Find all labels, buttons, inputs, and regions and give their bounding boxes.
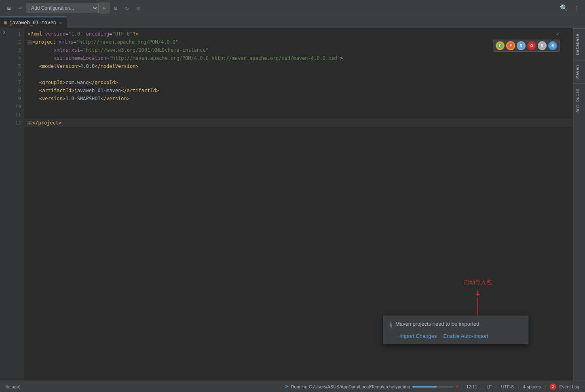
- line-num-1: 1: [8, 30, 21, 38]
- fold-button-2[interactable]: −: [27, 40, 32, 44]
- notification-message: Maven projects need to be imported: [395, 321, 479, 327]
- tab-close-button[interactable]: ✕: [59, 21, 63, 25]
- toolbar: ⊞ ↩ Add Configuration... ▶ ⚙ ↻ ■ 🔍 ⋮: [0, 0, 585, 16]
- enable-auto-import-link[interactable]: Enable Auto-Import: [444, 333, 488, 339]
- line-num-6: 6: [8, 70, 21, 78]
- code-line-1: <?xml version="1.0" encoding="UTF-8"?>: [24, 30, 573, 38]
- cursor-position[interactable]: 12:11: [464, 384, 480, 389]
- code-line-3: xmlns:xsi="http://www.w3.org/2001/XMLSch…: [24, 46, 573, 54]
- status-left-text: ite ago): [3, 384, 23, 389]
- code-line-4: xsi:schemaLocation="http://maven.apache.…: [24, 54, 573, 62]
- maven-icon: m: [4, 20, 7, 25]
- code-line-2: −<project xmlns="http://maven.apache.org…: [24, 38, 573, 46]
- run-config-dropdown[interactable]: Add Configuration...: [26, 3, 99, 13]
- line-num-12: 12: [8, 119, 21, 127]
- event-log[interactable]: 2 Event Log: [547, 384, 582, 390]
- syntax-check-icon: ✓: [556, 30, 560, 38]
- progress-fill: [412, 386, 437, 388]
- annotation-text: 自动导入包: [464, 279, 492, 286]
- info-icon: ℹ: [390, 321, 392, 329]
- line-numbers: 1 2 3 4 5 6 7 8 9 10 11 12: [8, 28, 24, 381]
- database-panel-tab[interactable]: Database: [573, 28, 585, 60]
- running-text: Running C:/Users/ASUS/AppData/Local/Temp…: [291, 384, 410, 389]
- ie-icon[interactable]: E: [548, 41, 557, 50]
- code-line-9: <version>1.0-SNAPSHOT</version>: [24, 95, 573, 103]
- code-line-10: [24, 103, 573, 111]
- tab-label: javaweb_01-maven: [9, 20, 56, 25]
- line-num-9: 9: [8, 95, 21, 103]
- build-button[interactable]: ⚙: [110, 2, 121, 14]
- line-num-8: 8: [8, 86, 21, 95]
- right-panel: Database Maven Ant build: [573, 28, 585, 381]
- bookmark-icon: ❱: [3, 30, 5, 34]
- maven-notification: ℹ Maven projects need to be imported Imp…: [383, 316, 528, 344]
- code-line-7: <groupId>com.wang</groupId>: [24, 78, 573, 86]
- code-line-11: [24, 111, 573, 119]
- code-editor[interactable]: <?xml version="1.0" encoding="UTF-8"?> −…: [24, 28, 573, 381]
- event-log-label: Event Log: [559, 384, 579, 389]
- line-separator[interactable]: LF: [484, 384, 494, 389]
- code-line-5: <modelVersion>4.0.0</modelVersion>: [24, 62, 573, 70]
- run-button[interactable]: ▶: [99, 2, 110, 14]
- indent-setting[interactable]: 4 spaces: [521, 384, 543, 389]
- back-button[interactable]: ↩: [15, 2, 26, 14]
- spinner-icon: ⟳: [285, 384, 289, 390]
- opera-icon[interactable]: O: [527, 41, 536, 50]
- code-line-8: <artifactId>javaweb_01-maven</artifactId…: [24, 86, 573, 95]
- notification-actions: Import Changes Enable Auto-Import: [390, 333, 522, 339]
- event-log-badge: 2: [550, 384, 556, 390]
- safari-icon[interactable]: S: [517, 41, 526, 50]
- progress-bar: [412, 386, 453, 388]
- editor-container: 1 2 3 4 5 6 7 8 9 10 11 12 <?xml version…: [8, 28, 585, 381]
- import-changes-link[interactable]: Import Changes: [399, 333, 437, 339]
- chrome-icon[interactable]: C: [496, 41, 505, 50]
- status-progress: ⟳ Running C:/Users/ASUS/AppData/Local/Te…: [285, 384, 460, 390]
- safari-ios-icon[interactable]: S: [538, 41, 547, 50]
- expand-button[interactable]: ⊞: [3, 2, 15, 14]
- line-num-3: 3: [8, 46, 21, 54]
- code-line-6: [24, 70, 573, 78]
- tab-pom[interactable]: m javaweb_01-maven ✕: [0, 17, 67, 28]
- notification-header: ℹ Maven projects need to be imported: [390, 321, 522, 329]
- main-area: ❱ 1 2 3 4 5 6 7 8 9 10 11 12 <?xml versi…: [0, 28, 585, 381]
- encoding[interactable]: UTF-8: [498, 384, 516, 389]
- line-num-7: 7: [8, 78, 21, 86]
- annotation-arrow: ↓: [475, 288, 481, 297]
- line-num-11: 11: [8, 111, 21, 119]
- reload-button[interactable]: ↻: [121, 2, 133, 14]
- tab-bar: m javaweb_01-maven ✕: [0, 16, 585, 28]
- search-button[interactable]: 🔍: [558, 4, 570, 12]
- line-num-4: 4: [8, 54, 21, 62]
- stop-button[interactable]: ■: [133, 2, 144, 14]
- line-num-5: 5: [8, 62, 21, 70]
- cancel-button[interactable]: ✕: [455, 384, 459, 390]
- line-num-2: 2: [8, 38, 21, 46]
- firefox-icon[interactable]: F: [506, 41, 515, 50]
- code-line-12: +</project>: [24, 119, 573, 127]
- status-bar: ite ago) ⟳ Running C:/Users/ASUS/AppData…: [0, 381, 585, 392]
- ant-build-panel-tab[interactable]: Ant build: [573, 83, 585, 118]
- line-num-10: 10: [8, 103, 21, 111]
- left-gutter: ❱: [0, 28, 8, 381]
- fold-button-12[interactable]: +: [27, 121, 32, 125]
- settings-button[interactable]: ⋮: [570, 2, 582, 14]
- browser-strip: C F S O S E: [493, 40, 560, 52]
- maven-panel-tab[interactable]: Maven: [573, 60, 585, 83]
